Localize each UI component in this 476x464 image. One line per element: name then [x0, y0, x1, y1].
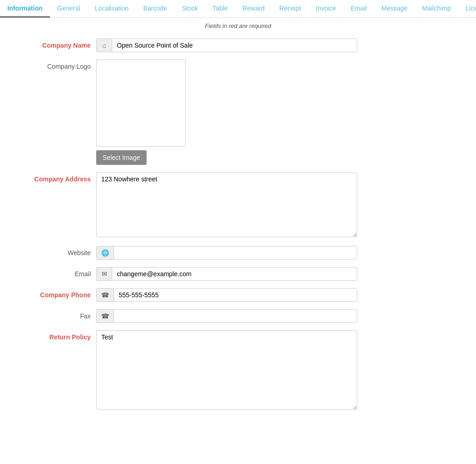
tab-invoice[interactable]: Invoice [308, 0, 343, 17]
tab-localisation[interactable]: Localisation [88, 0, 136, 17]
return-policy-row: Return Policy [9, 330, 467, 411]
tab-general[interactable]: General [50, 0, 88, 17]
company-address-textarea[interactable] [96, 172, 357, 237]
company-name-row: Company Name ⌂ [9, 38, 467, 52]
tab-barcode[interactable]: Barcode [136, 0, 175, 17]
home-icon: ⌂ [97, 39, 112, 52]
website-input[interactable] [114, 246, 357, 259]
return-policy-textarea[interactable] [96, 330, 357, 410]
fax-row: Fax ☎ [9, 309, 467, 323]
fax-input[interactable] [114, 310, 357, 322]
return-policy-label: Return Policy [9, 330, 96, 341]
company-phone-control: ☎ [96, 288, 357, 302]
return-policy-control [96, 330, 357, 411]
company-phone-label: Company Phone [9, 288, 96, 299]
company-phone-input[interactable] [114, 289, 357, 301]
email-input-group: ✉ [96, 267, 357, 281]
tab-mailchimp[interactable]: Mailchimp [415, 0, 458, 17]
select-image-button[interactable]: Select Image [96, 150, 147, 165]
tab-navigation: InformationGeneralLocalisationBarcodeSto… [0, 0, 476, 18]
company-name-control: ⌂ [96, 38, 357, 52]
fax-control: ☎ [96, 309, 357, 323]
company-phone-row: Company Phone ☎ [9, 288, 467, 302]
form-body: Company Name ⌂ Company Logo Select Image… [0, 34, 476, 428]
fax-icon: ☎ [97, 310, 114, 322]
fax-label: Fax [9, 309, 96, 320]
email-row: Email ✉ [9, 267, 467, 281]
company-name-input[interactable] [112, 39, 357, 52]
fax-input-group: ☎ [96, 309, 357, 323]
website-row: Website 🌐 [9, 246, 467, 260]
company-logo-preview [96, 60, 186, 147]
company-name-label: Company Name [9, 38, 96, 49]
company-name-input-group: ⌂ [96, 38, 357, 52]
email-label: Email [9, 267, 96, 278]
company-address-row: Company Address [9, 172, 467, 239]
company-logo-control: Select Image [96, 60, 357, 165]
phone-icon: ☎ [97, 289, 114, 301]
tab-license[interactable]: License [458, 0, 476, 17]
company-address-control [96, 172, 357, 239]
website-input-group: 🌐 [96, 246, 357, 260]
tab-table[interactable]: Table [205, 0, 235, 17]
company-address-label: Company Address [9, 172, 96, 183]
tab-message[interactable]: Message [374, 0, 415, 17]
tab-receipt[interactable]: Receipt [272, 0, 308, 17]
tab-information[interactable]: Information [0, 0, 50, 17]
website-label: Website [9, 246, 96, 257]
email-control: ✉ [96, 267, 357, 281]
company-logo-row: Company Logo Select Image [9, 60, 467, 165]
website-control: 🌐 [96, 246, 357, 260]
required-notice: Fields in red are required [0, 18, 476, 34]
tab-reward[interactable]: Reward [235, 0, 272, 17]
company-phone-input-group: ☎ [96, 288, 357, 302]
email-input[interactable] [112, 267, 357, 280]
tab-email[interactable]: Email [343, 0, 374, 17]
tab-stock[interactable]: Stock [175, 0, 205, 17]
email-icon: ✉ [97, 267, 112, 280]
company-logo-label: Company Logo [9, 60, 96, 70]
globe-icon: 🌐 [97, 246, 114, 259]
